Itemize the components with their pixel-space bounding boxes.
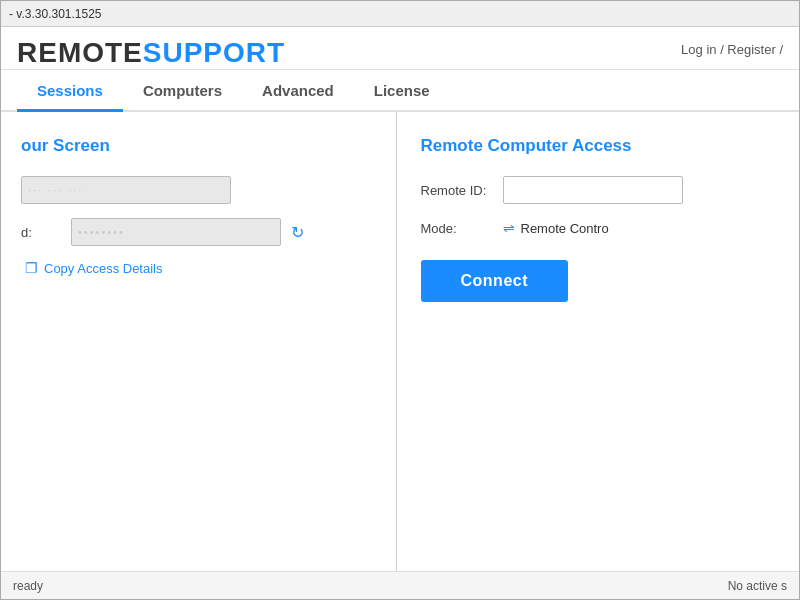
header: REMOTESUPPORT Log in / Register /	[1, 27, 799, 70]
password-label: d:	[21, 225, 61, 240]
left-panel: our Screen d: ↻ ❐ Copy Access Details	[1, 112, 397, 571]
header-nav-links[interactable]: Log in / Register /	[681, 42, 783, 65]
session-id-input[interactable]	[21, 176, 231, 204]
tab-advanced[interactable]: Advanced	[242, 72, 354, 112]
remote-id-label: Remote ID:	[421, 183, 491, 198]
arrows-icon: ⇌	[503, 220, 515, 236]
logo: REMOTESUPPORT	[17, 37, 285, 69]
logo-remote: REMOTE	[17, 37, 143, 68]
version-label: - v.3.30.301.1525	[9, 7, 102, 21]
connect-button[interactable]: Connect	[421, 260, 569, 302]
mode-label: Mode:	[421, 221, 491, 236]
nav-tabs: Sessions Computers Advanced License	[1, 72, 799, 112]
status-left: ready	[13, 579, 43, 593]
logo-support: SUPPORT	[143, 37, 285, 68]
left-panel-title: our Screen	[21, 136, 376, 156]
content-area: our Screen d: ↻ ❐ Copy Access Details Re…	[1, 112, 799, 571]
remote-id-row: Remote ID:	[421, 176, 776, 204]
refresh-icon[interactable]: ↻	[291, 223, 304, 242]
password-input[interactable]	[71, 218, 281, 246]
tab-sessions[interactable]: Sessions	[17, 72, 123, 112]
copy-access-details-label: Copy Access Details	[44, 261, 163, 276]
remote-id-input[interactable]	[503, 176, 683, 204]
copy-icon: ❐	[25, 260, 38, 276]
right-panel: Remote Computer Access Remote ID: Mode: …	[397, 112, 800, 571]
mode-value-container[interactable]: ⇌ Remote Contro	[503, 220, 609, 236]
tab-computers[interactable]: Computers	[123, 72, 242, 112]
copy-access-details-button[interactable]: ❐ Copy Access Details	[25, 260, 376, 276]
password-row: d: ↻	[21, 218, 376, 246]
session-id-row	[21, 176, 376, 204]
mode-value-text: Remote Contro	[521, 221, 609, 236]
status-right: No active s	[728, 579, 787, 593]
status-bar: ready No active s	[1, 571, 799, 599]
mode-row: Mode: ⇌ Remote Contro	[421, 220, 776, 236]
right-panel-title: Remote Computer Access	[421, 136, 776, 156]
tab-license[interactable]: License	[354, 72, 450, 112]
title-bar: - v.3.30.301.1525	[1, 1, 799, 27]
